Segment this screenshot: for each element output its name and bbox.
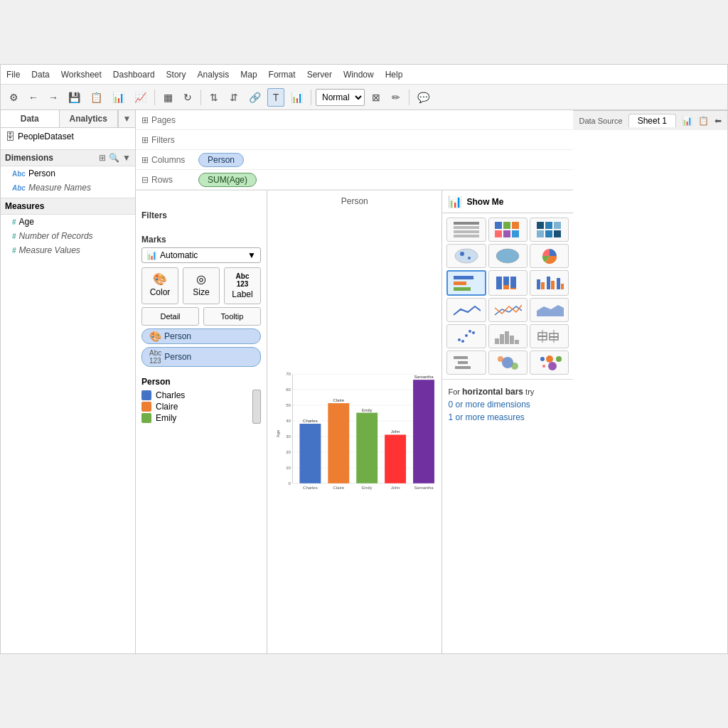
back-btn[interactable]: ← <box>25 88 42 107</box>
text-btn[interactable]: T <box>267 88 284 107</box>
refresh-btn[interactable]: ↻ <box>179 88 196 107</box>
show-me-highlight-table[interactable] <box>530 218 569 242</box>
dataset-header[interactable]: 🗄 PeopleDataset <box>1 128 135 145</box>
legend-scrollbar[interactable] <box>252 390 261 424</box>
shelf-rows[interactable]: ⊟ Rows SUM(Age) <box>136 170 573 190</box>
show-me-pie[interactable] <box>530 244 569 268</box>
show-me-heat-map[interactable] <box>488 218 528 242</box>
tooltip-btn2[interactable]: Tooltip <box>203 307 261 326</box>
pill-person-color[interactable]: 🎨 Person <box>141 328 261 344</box>
legend-color-claire <box>141 402 151 412</box>
menu-worksheet[interactable]: Worksheet <box>61 70 102 80</box>
expand-icon[interactable]: ▼ <box>122 153 131 163</box>
show-me-histogram[interactable] <box>488 324 528 348</box>
fit-btn[interactable]: ⊠ <box>368 88 385 107</box>
field-measure-names[interactable]: Abc Measure Names <box>1 181 135 195</box>
view-dropdown[interactable]: Normal <box>316 89 365 106</box>
show-me-side-by-side[interactable] <box>530 270 569 296</box>
data-source-tab[interactable]: Data Source <box>579 117 622 125</box>
annotate-btn[interactable]: ✏ <box>387 88 405 107</box>
sort-btn[interactable]: ⇅ <box>205 88 223 107</box>
field-num-records[interactable]: # Number of Records <box>1 229 135 243</box>
columns-pill[interactable]: Person <box>198 153 244 167</box>
detail-btn[interactable]: Detail <box>141 307 199 326</box>
menu-story[interactable]: Story <box>166 70 186 80</box>
sheet-nav-btn[interactable]: ⬅ <box>714 116 722 126</box>
size-icon: ◎ <box>196 272 206 286</box>
show-me-bullet[interactable] <box>530 350 569 375</box>
show-me-scatter[interactable] <box>446 324 486 348</box>
marks-panel: Filters Marks 📊 Automatic ▼ 🎨 <box>136 191 267 653</box>
field-measure-values[interactable]: # Measure Values <box>1 243 135 257</box>
search-icon[interactable]: 🔍 <box>109 153 119 163</box>
marks-type-dropdown[interactable]: 📊 Automatic ▼ <box>141 247 261 263</box>
duplicate-sheet-btn[interactable]: 📋 <box>698 116 709 126</box>
chart-type-btn[interactable]: 📊 <box>287 88 306 107</box>
menu-window[interactable]: Window <box>343 70 374 80</box>
show-me-area[interactable] <box>530 298 569 322</box>
show-me-filled-map[interactable] <box>488 244 528 268</box>
show-me-symbol-map[interactable] <box>446 244 486 268</box>
tab-analytics[interactable]: Analytics <box>60 110 119 127</box>
tab-data[interactable]: Data <box>1 110 60 127</box>
shelf-columns[interactable]: ⊞ Columns Person <box>136 150 573 170</box>
menu-format[interactable]: Format <box>269 70 296 80</box>
link-btn[interactable]: 🔗 <box>245 88 264 107</box>
menu-dashboard[interactable]: Dashboard <box>113 70 155 80</box>
menu-data[interactable]: Data <box>31 70 49 80</box>
menu-server[interactable]: Server <box>307 70 332 80</box>
show-me-line[interactable] <box>446 298 486 322</box>
label-btn[interactable]: Abc123 Label <box>224 267 261 304</box>
show-me-stacked-bar[interactable] <box>488 270 528 296</box>
menu-file[interactable]: File <box>6 70 20 80</box>
menu-analysis[interactable]: Analysis <box>198 70 230 80</box>
svg-text:50: 50 <box>286 403 291 407</box>
show-me-link2[interactable]: 1 or more measures <box>448 412 524 422</box>
svg-rect-39 <box>454 287 471 291</box>
svg-rect-20 <box>454 235 479 237</box>
menu-help[interactable]: Help <box>385 70 403 80</box>
menu-map[interactable]: Map <box>240 70 257 80</box>
svg-point-36 <box>496 249 519 263</box>
legend-item-emily: Emily <box>141 412 250 424</box>
svg-rect-68 <box>454 356 468 359</box>
legend-item-claire: Claire <box>141 401 250 412</box>
size-btn[interactable]: ◎ Size <box>183 267 220 304</box>
pill-person-label2[interactable]: Abc123 Person <box>141 347 261 367</box>
label-emily: Emily <box>362 408 373 412</box>
copy-btn[interactable]: 📋 <box>87 88 106 107</box>
settings-btn[interactable]: ⚙ <box>5 88 22 107</box>
show-me-box-plot[interactable] <box>530 324 569 348</box>
svg-rect-48 <box>551 281 555 289</box>
grid-btn[interactable]: ▦ <box>159 88 176 107</box>
bar-claire <box>328 403 349 483</box>
pill-person-label: Person <box>164 331 191 341</box>
columns-label: ⊞ Columns <box>141 155 198 165</box>
field-age[interactable]: # Age <box>1 215 135 229</box>
show-me-gantt[interactable] <box>446 350 486 375</box>
svg-rect-46 <box>541 282 545 289</box>
sep1 <box>154 90 155 105</box>
svg-rect-23 <box>512 222 519 229</box>
chart-wrapper[interactable]: Age <box>273 209 436 648</box>
add-sheet-btn[interactable]: 📊 <box>682 116 692 126</box>
tooltip-btn[interactable]: 💬 <box>414 88 433 107</box>
field-person[interactable]: Abc Person <box>1 166 135 181</box>
filters-section-label: Filters <box>141 210 261 220</box>
forward-btn[interactable]: → <box>45 88 62 107</box>
show-me-bubble[interactable] <box>488 350 528 375</box>
panel-settings-btn[interactable]: ▼ <box>118 110 135 127</box>
color-btn[interactable]: 🎨 Color <box>141 267 178 304</box>
show-me-link1[interactable]: 0 or more dimensions <box>448 400 530 410</box>
chart-btn[interactable]: 📊 <box>109 88 128 107</box>
show-me-text-table[interactable] <box>446 218 486 242</box>
svg-rect-32 <box>554 230 561 237</box>
filter-btn[interactable]: ⇵ <box>225 88 242 107</box>
show-me-horizontal-bar[interactable] <box>446 270 486 296</box>
chart-btn2[interactable]: 📈 <box>131 88 150 107</box>
save-btn[interactable]: 💾 <box>65 88 84 107</box>
show-me-dual-line[interactable] <box>488 298 528 322</box>
rows-pill[interactable]: SUM(Age) <box>198 173 257 187</box>
svg-rect-49 <box>557 278 560 289</box>
sheet-tab[interactable]: Sheet 1 <box>628 114 676 127</box>
